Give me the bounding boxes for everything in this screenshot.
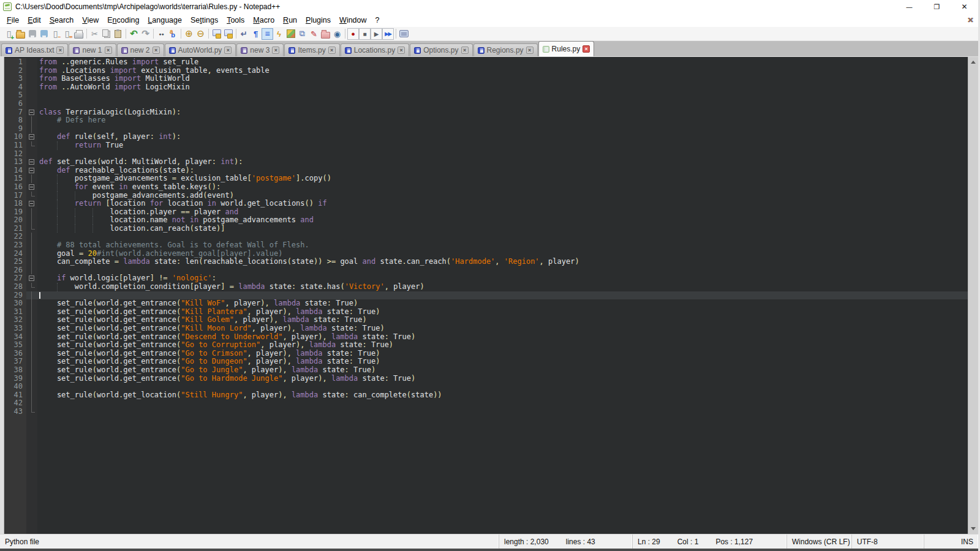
- tab-close-icon[interactable]: ×: [153, 47, 160, 54]
- code-editor[interactable]: 1from ..generic.Rules import set_rule2fr…: [4, 57, 968, 534]
- fold-margin: [26, 274, 37, 283]
- menu-window[interactable]: Window: [335, 15, 371, 26]
- zoom-out-icon[interactable]: [195, 28, 206, 40]
- sync-horizontal-icon[interactable]: [222, 28, 234, 40]
- find-icon[interactable]: [156, 28, 167, 40]
- fold-margin: [26, 133, 37, 141]
- document-map-icon[interactable]: [285, 28, 296, 40]
- window-controls: [895, 0, 978, 13]
- play-macro-icon[interactable]: [371, 28, 382, 40]
- menu-edit[interactable]: Edit: [23, 15, 45, 26]
- record-macro-icon[interactable]: [347, 28, 359, 40]
- show-all-characters-icon[interactable]: [250, 28, 262, 40]
- replace-icon[interactable]: [167, 28, 179, 40]
- tab-close-icon[interactable]: ×: [224, 47, 232, 54]
- menu-search[interactable]: Search: [45, 15, 78, 26]
- close-icon[interactable]: [50, 28, 61, 40]
- restore-icon[interactable]: [923, 0, 951, 13]
- menu-file[interactable]: File: [2, 15, 23, 26]
- code-line-14: 14 def reachable_locations(state):: [4, 167, 968, 175]
- editor-scrollbar[interactable]: [968, 57, 978, 534]
- scrollbar-track[interactable]: [968, 67, 978, 523]
- tab-close-icon[interactable]: ×: [105, 47, 112, 54]
- cut-icon[interactable]: [89, 28, 100, 40]
- line-number: 11: [4, 141, 26, 150]
- tab-options-py[interactable]: Options.py×: [410, 43, 472, 56]
- line-number: 4: [4, 83, 26, 92]
- zoom-in-icon[interactable]: [183, 28, 195, 40]
- new-file-icon[interactable]: [3, 28, 15, 40]
- run-macro-multiple-icon[interactable]: [382, 28, 394, 40]
- tab-close-icon[interactable]: ×: [398, 47, 405, 54]
- view-eye-icon[interactable]: [331, 28, 343, 40]
- code-text: set_rule(world.get_entrance("Go to Crims…: [37, 350, 968, 358]
- fold-collapse-icon[interactable]: [29, 201, 34, 206]
- tab-close-icon[interactable]: ×: [582, 45, 590, 53]
- tab-new-2[interactable]: new 2×: [117, 43, 164, 56]
- tab-ap-ideas-txt[interactable]: AP Ideas.txt×: [1, 43, 68, 56]
- window-left-edge: [0, 57, 4, 534]
- line-number: 32: [4, 316, 26, 324]
- menu-view[interactable]: View: [78, 15, 103, 26]
- code-line-10: 10 def rule(self, player: int):: [4, 133, 968, 141]
- paste-icon[interactable]: [112, 28, 124, 40]
- file-save-state-icon: [73, 47, 80, 54]
- tab-close-icon[interactable]: ×: [526, 47, 533, 54]
- close-document-icon[interactable]: ✕: [967, 16, 973, 24]
- tab-items-py[interactable]: Items.py×: [284, 43, 339, 56]
- save-macro-icon[interactable]: [398, 28, 410, 40]
- menu-macro[interactable]: Macro: [249, 15, 279, 26]
- close-all-icon[interactable]: [61, 28, 73, 40]
- tab-close-icon[interactable]: ×: [272, 47, 279, 54]
- save-icon[interactable]: [26, 28, 38, 40]
- tab-regions-py[interactable]: Regions.py×: [473, 43, 538, 56]
- tab-close-icon[interactable]: ×: [56, 47, 64, 54]
- menu-settings[interactable]: Settings: [186, 15, 222, 26]
- tab-locations-py[interactable]: Locations.py×: [341, 43, 409, 56]
- tab-bar: AP Ideas.txt×new 1×new 2×AutoWorld.py×ne…: [0, 41, 978, 56]
- undo-icon[interactable]: [128, 28, 140, 40]
- code-text: set_rule(world.get_entrance("Kill Plante…: [37, 308, 968, 317]
- save-all-icon[interactable]: [38, 28, 50, 40]
- scrollbar-down-icon[interactable]: [968, 523, 978, 534]
- menu-run[interactable]: Run: [279, 15, 301, 26]
- close-icon[interactable]: [951, 0, 978, 13]
- fold-collapse-icon[interactable]: [29, 134, 34, 140]
- status-bar: Python file length : 2,030 lines : 43 Ln…: [0, 534, 978, 549]
- tab-autoworld-py[interactable]: AutoWorld.py×: [165, 43, 236, 56]
- tab-new-3[interactable]: new 3×: [236, 43, 284, 56]
- stop-macro-icon[interactable]: [359, 28, 371, 40]
- fold-collapse-icon[interactable]: [29, 159, 34, 165]
- menu-encoding[interactable]: Encoding: [103, 15, 143, 26]
- tab-new-1[interactable]: new 1×: [69, 43, 116, 56]
- document-switcher-icon[interactable]: [296, 28, 308, 40]
- menu-language[interactable]: Language: [143, 15, 186, 26]
- function-completion-icon[interactable]: [273, 28, 285, 40]
- line-number: 41: [4, 391, 26, 400]
- edit-marker-icon[interactable]: [308, 28, 320, 40]
- line-number: 6: [4, 100, 26, 108]
- fold-collapse-icon[interactable]: [29, 168, 34, 173]
- copy-icon[interactable]: [100, 28, 112, 40]
- tab-rules-py[interactable]: Rules.py×: [538, 41, 595, 56]
- code-filler: [37, 416, 968, 534]
- code-text: # Defs here: [37, 116, 968, 125]
- file-save-state-icon: [241, 47, 247, 54]
- open-file-icon[interactable]: [15, 28, 26, 40]
- tab-close-icon[interactable]: ×: [328, 47, 336, 54]
- word-wrap-icon[interactable]: [238, 28, 250, 40]
- scrollbar-up-icon[interactable]: [968, 57, 978, 67]
- menu-tools[interactable]: Tools: [222, 15, 249, 26]
- minimize-icon[interactable]: [895, 0, 923, 13]
- redo-icon[interactable]: [140, 28, 151, 40]
- fold-collapse-icon[interactable]: [29, 276, 34, 281]
- menu-plugins[interactable]: Plugins: [301, 15, 335, 26]
- sync-vertical-icon[interactable]: [211, 28, 222, 40]
- print-icon[interactable]: [73, 28, 85, 40]
- tab-close-icon[interactable]: ×: [461, 47, 469, 54]
- folder-as-workspace-icon[interactable]: [320, 28, 331, 40]
- fold-collapse-icon[interactable]: [29, 184, 34, 190]
- indent-guide-icon[interactable]: [262, 28, 273, 40]
- fold-collapse-icon[interactable]: [29, 110, 34, 115]
- menu-help[interactable]: ?: [371, 15, 384, 26]
